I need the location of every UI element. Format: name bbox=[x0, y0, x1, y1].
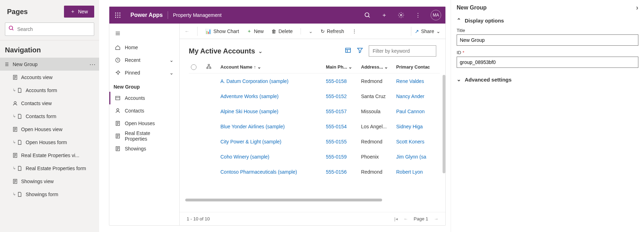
nav-item[interactable]: Showings view bbox=[0, 175, 99, 188]
phone-link[interactable]: 555-0155 bbox=[326, 139, 361, 144]
new-record-button[interactable]: ＋New bbox=[247, 28, 264, 34]
sidenav-item[interactable]: Showings bbox=[109, 142, 179, 155]
svg-rect-24 bbox=[208, 64, 210, 65]
contact-link[interactable]: Scott Koners bbox=[396, 139, 438, 144]
svg-point-7 bbox=[117, 13, 118, 14]
nav-item[interactable]: ↳Showings form bbox=[0, 188, 99, 201]
col-account-name[interactable]: Account Name ↑ ⌄ bbox=[220, 64, 326, 70]
contact-link[interactable]: Nancy Ander bbox=[396, 94, 438, 99]
toolbar-more-icon[interactable]: ⋮ bbox=[352, 28, 357, 34]
vertical-scrollbar[interactable] bbox=[443, 75, 445, 173]
header-more-icon[interactable]: ⋮ bbox=[410, 7, 426, 24]
refresh-button[interactable]: ↻Refresh bbox=[321, 28, 344, 34]
nav-item-label: Real Estate Properties form bbox=[26, 166, 86, 171]
phone-link[interactable]: 555-0159 bbox=[326, 154, 361, 160]
table-row[interactable]: A. Datum Corporation (sample) 555-0158 R… bbox=[189, 73, 440, 89]
phone-link[interactable]: 555-0158 bbox=[326, 78, 361, 84]
entity-icon bbox=[115, 121, 121, 126]
sidenav-pinned[interactable]: Pinned ⌄ bbox=[109, 66, 179, 79]
phone-link[interactable]: 555-0154 bbox=[326, 124, 361, 129]
contact-link[interactable]: Sidney Higa bbox=[396, 124, 438, 129]
filter-input[interactable] bbox=[369, 45, 436, 57]
nav-item[interactable]: ↳Accounts form bbox=[0, 84, 99, 97]
advanced-settings-section[interactable]: ⌄ Advanced settings bbox=[457, 76, 638, 83]
table-row[interactable]: City Power & Light (sample) 555-0155 Red… bbox=[189, 134, 440, 149]
nav-item-label: Accounts view bbox=[21, 75, 52, 80]
table-row[interactable]: Adventure Works (sample) 555-0152 Santa … bbox=[189, 89, 440, 104]
nav-item[interactable]: Real Estate Properties vi... bbox=[0, 149, 99, 162]
pinned-label: Pinned bbox=[125, 70, 140, 76]
contact-link[interactable]: Paul Cannon bbox=[396, 109, 438, 114]
contact-link[interactable]: Rene Valdes bbox=[396, 78, 438, 84]
table-row[interactable]: Blue Yonder Airlines (sample) 555-0154 L… bbox=[189, 119, 440, 134]
nav-item[interactable]: Contacts view bbox=[0, 97, 99, 110]
table-row[interactable]: Alpine Ski House (sample) 555-0157 Misso… bbox=[189, 104, 440, 119]
user-avatar[interactable]: MA bbox=[431, 10, 441, 20]
col-phone[interactable]: Main Ph... ⌄ bbox=[326, 64, 361, 70]
sidenav-item[interactable]: Open Houses bbox=[109, 117, 179, 130]
nav-item[interactable]: ↳Open Houses form bbox=[0, 136, 99, 149]
phone-link[interactable]: 555-0152 bbox=[326, 94, 361, 99]
contact-link[interactable]: Robert Lyon bbox=[396, 169, 438, 175]
sidenav-item[interactable]: Accounts bbox=[109, 92, 179, 104]
pager-next-icon[interactable]: → bbox=[434, 216, 438, 221]
horizontal-scrollbar[interactable] bbox=[185, 199, 382, 201]
hierarchy-icon[interactable] bbox=[206, 65, 211, 70]
nav-item[interactable]: Open Houses view bbox=[0, 123, 99, 136]
header-add-icon[interactable]: ＋ bbox=[376, 7, 393, 24]
table-row[interactable]: Contoso Pharmaceuticals (sample) 555-015… bbox=[189, 164, 440, 179]
view-title[interactable]: My Active Accounts bbox=[189, 47, 255, 55]
recent-label: Recent bbox=[125, 57, 140, 63]
hamburger-icon[interactable] bbox=[109, 27, 126, 40]
sidenav-item[interactable]: Contacts bbox=[109, 104, 179, 117]
sidenav-home[interactable]: Home bbox=[109, 41, 179, 54]
phone-link[interactable]: 555-0157 bbox=[326, 109, 361, 114]
chevron-right-icon[interactable]: › bbox=[636, 4, 638, 12]
filter-icon[interactable] bbox=[357, 47, 363, 55]
back-icon[interactable]: ← bbox=[185, 28, 189, 34]
entity-icon bbox=[115, 108, 121, 114]
select-all-checkbox[interactable] bbox=[191, 64, 197, 70]
chevron-down-icon[interactable]: ⌄ bbox=[309, 28, 313, 34]
settings-icon[interactable] bbox=[393, 7, 410, 24]
col-contact[interactable]: Primary Contac bbox=[396, 64, 438, 70]
app-launcher-icon[interactable] bbox=[109, 7, 126, 24]
sidenav-recent[interactable]: Recent ⌄ bbox=[109, 54, 179, 66]
nav-item[interactable]: ↳Contacts form bbox=[0, 110, 99, 123]
account-name-link[interactable]: City Power & Light (sample) bbox=[220, 139, 326, 144]
account-name-link[interactable]: Adventure Works (sample) bbox=[220, 94, 326, 99]
pager-prev-icon[interactable]: ← bbox=[404, 216, 408, 221]
sidenav-item[interactable]: Real Estate Properties bbox=[109, 130, 179, 142]
svg-point-6 bbox=[115, 13, 116, 14]
share-button[interactable]: ↗Share⌄ bbox=[415, 28, 440, 34]
nav-item[interactable]: Accounts view bbox=[0, 71, 99, 84]
nav-group[interactable]: New Group bbox=[0, 58, 99, 71]
account-name-link[interactable]: Alpine Ski House (sample) bbox=[220, 109, 326, 114]
share-label: Share bbox=[421, 28, 434, 34]
show-chart-button[interactable]: 📊Show Chart bbox=[205, 28, 239, 34]
account-name-link[interactable]: Coho Winery (sample) bbox=[220, 154, 326, 160]
table-row[interactable]: Coho Winery (sample) 555-0159 Phoenix Ji… bbox=[189, 149, 440, 164]
header-search-icon[interactable] bbox=[359, 7, 376, 24]
svg-point-8 bbox=[120, 13, 121, 14]
nav-item[interactable]: ↳Real Estate Properties form bbox=[0, 162, 99, 175]
pager-first-icon[interactable]: |◂ bbox=[394, 216, 398, 221]
contact-link[interactable]: Jim Glynn (sa bbox=[396, 154, 438, 160]
col-address[interactable]: Address... ⌄ bbox=[361, 64, 396, 70]
id-field-input[interactable] bbox=[457, 57, 638, 68]
properties-title: New Group bbox=[457, 5, 487, 11]
account-name-link[interactable]: A. Datum Corporation (sample) bbox=[220, 78, 326, 84]
edit-columns-icon[interactable] bbox=[345, 47, 351, 55]
chevron-down-icon[interactable]: ⌄ bbox=[258, 48, 263, 54]
display-options-section[interactable]: ⌃ Display options bbox=[457, 17, 638, 24]
form-icon bbox=[13, 127, 18, 132]
pager-page: Page 1 bbox=[414, 216, 428, 221]
title-field-input[interactable] bbox=[457, 34, 638, 46]
new-page-button[interactable]: ＋ New bbox=[64, 6, 94, 18]
delete-button[interactable]: 🗑Delete bbox=[271, 28, 292, 34]
more-icon[interactable] bbox=[89, 60, 96, 68]
account-name-link[interactable]: Blue Yonder Airlines (sample) bbox=[220, 124, 326, 129]
search-input[interactable] bbox=[5, 22, 94, 36]
account-name-link[interactable]: Contoso Pharmaceuticals (sample) bbox=[220, 169, 326, 175]
phone-link[interactable]: 555-0156 bbox=[326, 169, 361, 175]
